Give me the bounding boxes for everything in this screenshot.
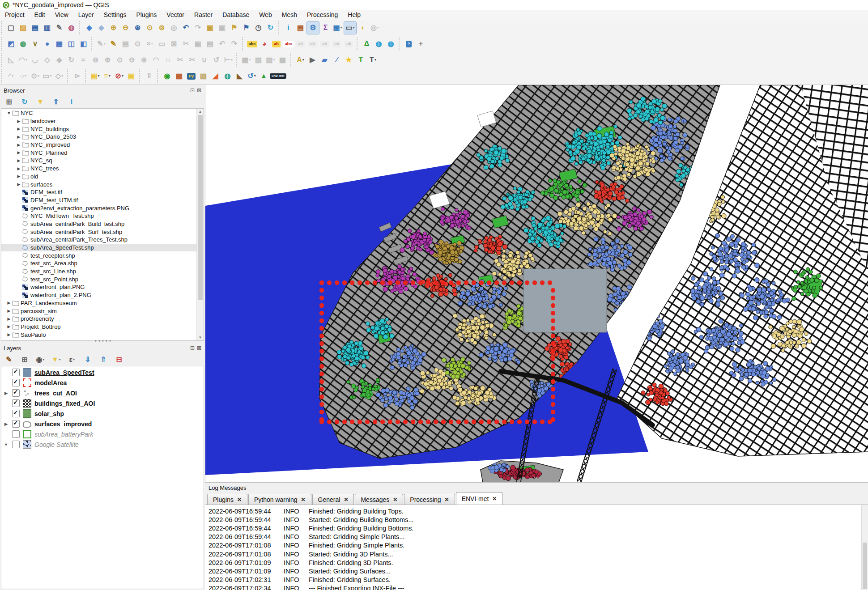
toolbar-globe-plugin-icon[interactable]: ◍ — [221, 70, 234, 82]
toolbar-point-text-annotation-icon[interactable]: T — [355, 54, 367, 66]
toolbar-decoration-plugin-icon[interactable]: Δ — [361, 38, 373, 50]
toolbar-add-spatialite-layer-icon[interactable]: ▦ — [53, 38, 65, 50]
layer-visibility-checkbox[interactable] — [12, 410, 20, 417]
toolbar-circular-string-icon[interactable]: ◠▾ — [17, 54, 29, 66]
layer-item-google-satellite[interactable]: ▼Google Satellite — [1, 439, 204, 450]
toolbar-add-group-icon[interactable]: ⊞ — [20, 355, 29, 364]
log-tab-messages[interactable]: Messages✕ — [355, 494, 403, 505]
toolbar-mesh-force-by-lines-icon[interactable]: ▩ — [277, 54, 289, 66]
layer-item-subarea-batterypark[interactable]: subArea_batteryPark — [1, 429, 204, 439]
toolbar-refresh-map-icon[interactable]: ↻ — [264, 22, 277, 34]
browser-item-saopaulo[interactable]: ▶SaoPaulo — [1, 331, 204, 339]
toolbar-toggle-editing-icon[interactable]: ✎ — [107, 38, 119, 50]
layer-visibility-checkbox[interactable] — [12, 441, 20, 448]
toolbar-quick-map-services-icon[interactable]: ▩ — [173, 70, 185, 82]
toolbar-line-annotation-icon[interactable]: ∕ — [331, 54, 343, 66]
toolbar-highlight-pinned-labels-button[interactable]: abc — [282, 38, 294, 50]
browser-item-nyc-improved[interactable]: ▶NYC_improved — [1, 141, 204, 149]
browser-item-surfaces[interactable]: ▶surfaces — [1, 180, 204, 188]
browser-item-dem-test-utm-tif[interactable]: DEM_test_UTM.tif — [1, 196, 204, 204]
toolbar-new-project-icon[interactable]: ▢ — [5, 22, 17, 34]
toolbar-rotate-feature-icon[interactable]: ↻ — [65, 54, 77, 66]
panel-splitter[interactable] — [94, 340, 112, 342]
toolbar-profile-tool-icon[interactable]: ◢ — [209, 70, 221, 82]
toolbar-select-by-value-icon[interactable]: ≡▾ — [101, 70, 113, 82]
toolbar-zoom-in-icon[interactable]: ⊕ — [107, 22, 119, 34]
toolbar-add-wms-layer-icon[interactable]: ◫ — [65, 38, 77, 50]
toolbar-layer-diagram-icon[interactable]: ◕ — [258, 38, 270, 50]
toolbar-trim-extend-icon[interactable]: ⊢▾ — [222, 54, 234, 66]
tree-expander-icon[interactable]: ▶ — [6, 324, 12, 329]
toolbar-cut-features-icon[interactable]: ✂ — [180, 38, 192, 50]
menu-layer[interactable]: Layer — [73, 10, 99, 19]
toolbar-pan-map-icon[interactable]: ◈ — [83, 22, 95, 34]
tree-expander-icon[interactable]: ▶ — [16, 174, 22, 178]
layers-float-icon[interactable]: ⊡ — [190, 345, 195, 351]
toolbar-delete-ring-icon[interactable]: ⊖ — [126, 54, 138, 66]
tree-expander-icon[interactable]: ▶ — [16, 127, 22, 131]
toolbar-rotate-point-symbols-icon[interactable]: ↺ — [210, 54, 222, 66]
menu-database[interactable]: Database — [217, 10, 254, 19]
layer-item-modelarea[interactable]: modelArea — [1, 378, 204, 388]
menu-processing[interactable]: Processing — [302, 10, 343, 19]
browser-item-nyc-trees[interactable]: ▶NYC_trees — [1, 165, 204, 173]
browser-item-nyc[interactable]: ▼NYC — [1, 109, 204, 117]
menu-settings[interactable]: Settings — [99, 10, 132, 19]
toolbar-add-selected-layer-icon[interactable]: ⊞ — [4, 98, 13, 106]
toolbar-zoom-full-icon[interactable]: ⊛ — [132, 22, 144, 34]
toolbar-envi-met-plugin-button[interactable]: ENVI met — [270, 70, 286, 82]
toolbar-statistical-summary-icon[interactable]: Σ — [319, 22, 332, 34]
browser-float-icon[interactable]: ⊡ — [190, 87, 195, 93]
toolbar-new-3d-map-view-icon[interactable]: ▣ — [216, 22, 228, 34]
toolbar-select-features-icon[interactable]: ▣▾ — [89, 70, 101, 82]
layer-item-buildings-fixed-aoi[interactable]: buildings_fixed_AOI — [1, 398, 204, 408]
tab-close-icon[interactable]: ✕ — [237, 497, 242, 503]
toolbar-filter-by-expression-icon[interactable]: ε▾ — [68, 355, 77, 364]
toolbar-refresh-browser-icon[interactable]: ↻ — [20, 98, 29, 106]
menu-project[interactable]: Project — [0, 10, 30, 19]
tree-expander-icon[interactable]: ▶ — [16, 166, 22, 171]
toolbar-zoom-last-icon[interactable]: ↶ — [180, 22, 192, 34]
browser-item-parcusstr-sim[interactable]: ▶parcusstr_sim — [1, 307, 204, 315]
log-tab-plugins[interactable]: Plugins✕ — [207, 494, 247, 505]
toolbar-open-layer-styling-icon[interactable]: ✎ — [4, 355, 13, 364]
tab-close-icon[interactable]: ✕ — [492, 496, 497, 502]
browser-item-nyc-planned[interactable]: ▶NYC_Planned — [1, 149, 204, 157]
browser-item-subarea-centralpark-trees-test-shp[interactable]: subArea_centralPark_Trees_Test.shp — [1, 236, 204, 244]
layer-expander-icon[interactable]: ▼ — [3, 442, 9, 447]
toolbar-move-annotation-icon[interactable]: ▶ — [306, 54, 319, 66]
toolbar-terrain-shading-icon[interactable]: ▲ — [258, 70, 270, 82]
toolbar-paste-features-icon[interactable]: ▤ — [204, 38, 216, 50]
toolbar-measure-line-icon[interactable]: ▭▾ — [344, 21, 357, 34]
toolbar-label-properties-button[interactable]: ab — [343, 38, 355, 50]
toolbar-deselect-features-icon[interactable]: ⊘▾ — [113, 70, 125, 82]
toolbar-curve-polygon-icon[interactable]: ◡ — [29, 54, 41, 66]
toolbar-filter-browser-icon[interactable]: ▼ — [36, 98, 45, 106]
toolbar-python-console-button[interactable]: Py — [185, 70, 197, 82]
tree-expander-icon[interactable]: ▶ — [16, 119, 22, 123]
toolbar-reshape-features-icon[interactable]: ∩ — [162, 54, 174, 66]
layer-visibility-checkbox[interactable] — [12, 430, 20, 438]
toolbar-simplify-feature-icon[interactable]: ≈ — [77, 54, 89, 66]
tab-close-icon[interactable]: ✕ — [301, 497, 306, 503]
toolbar-rotate-label-button[interactable]: ab — [306, 38, 319, 50]
toolbar-circle-2points-icon[interactable]: ○▾ — [17, 70, 29, 82]
tab-close-icon[interactable]: ✕ — [445, 497, 449, 503]
layer-item-surfaces-improved[interactable]: ▶surfaces_improved — [1, 419, 204, 429]
toolbar-zoom-native-icon[interactable]: ◎ — [168, 22, 180, 34]
toolbar-field-calculator-icon[interactable]: ▤ — [294, 22, 306, 34]
menu-mesh[interactable]: Mesh — [277, 10, 302, 19]
toolbar-add-ring-icon[interactable]: ⊚ — [89, 54, 102, 66]
toolbar-help-contents-button[interactable]: ? — [403, 38, 415, 50]
menu-raster[interactable]: Raster — [189, 10, 217, 19]
browser-item-test-receptor-shp[interactable]: test_receptor.shp — [1, 251, 204, 259]
toolbar-merge-features-icon[interactable]: ∪ — [198, 54, 210, 66]
toolbar-copy-move-feature-icon[interactable]: ◈ — [53, 54, 65, 66]
toolbar-circular-string-radius-icon[interactable]: ◜▾ — [5, 70, 17, 82]
toolbar-current-edits-icon[interactable]: ✎▾ — [95, 38, 107, 50]
menu-edit[interactable]: Edit — [30, 10, 50, 19]
toolbar-copy-features-icon[interactable]: ▣ — [192, 38, 204, 50]
toolbar-select-by-location-icon[interactable]: ▣ — [125, 70, 137, 82]
layer-item-subarea-speedtest[interactable]: subArea_SpeedTest — [1, 367, 204, 378]
toolbar-web-globe-icon[interactable]: ◍ — [385, 38, 397, 50]
